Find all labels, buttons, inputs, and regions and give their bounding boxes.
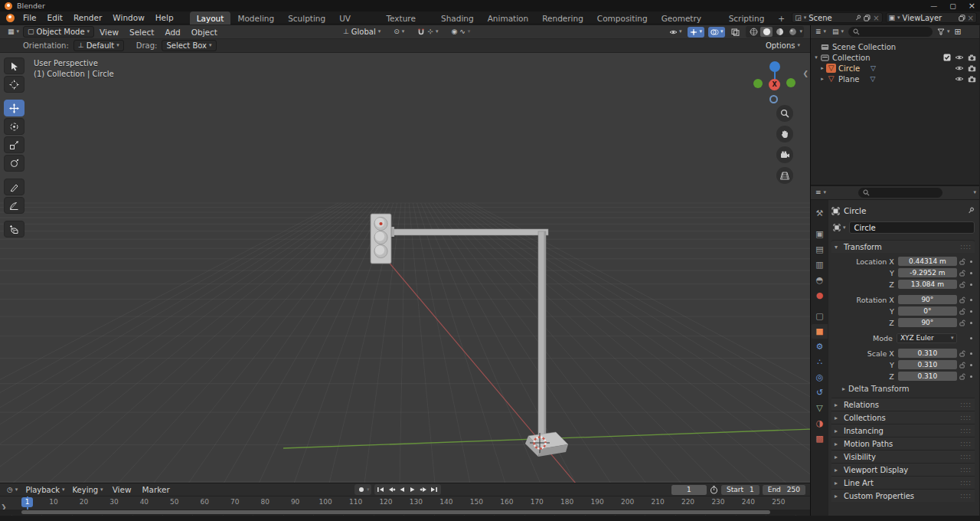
hide-eye-icon[interactable] bbox=[955, 76, 964, 82]
tool-transform[interactable] bbox=[4, 155, 24, 172]
object-id-icon-button[interactable]: ▾ bbox=[831, 222, 848, 234]
start-frame-field[interactable]: Start1 bbox=[721, 485, 760, 495]
workspace-tab-rendering[interactable]: Rendering bbox=[535, 11, 590, 25]
location-y-input[interactable]: -9.2952 m bbox=[898, 268, 957, 278]
mode-dropdown[interactable]: ▢ Object Mode▾ bbox=[23, 26, 94, 38]
menu-help[interactable]: Help bbox=[150, 11, 179, 24]
tool-move[interactable] bbox=[4, 100, 24, 116]
tab-output[interactable]: ▤ bbox=[812, 242, 828, 257]
animate-dot[interactable] bbox=[968, 337, 975, 339]
gizmos-toggle[interactable]: ▾ bbox=[688, 27, 704, 38]
tab-scene[interactable]: ◓ bbox=[812, 273, 828, 287]
new-view-layer-icon[interactable] bbox=[959, 15, 965, 21]
gizmo-z-axis-neg[interactable] bbox=[769, 95, 778, 103]
zoom-button[interactable] bbox=[776, 105, 793, 122]
menu-select[interactable]: Select bbox=[124, 26, 159, 38]
shading-material-button[interactable] bbox=[773, 27, 786, 37]
next-keyframe-button[interactable] bbox=[419, 485, 429, 494]
prev-keyframe-button[interactable] bbox=[387, 485, 397, 494]
animate-dot[interactable] bbox=[967, 299, 975, 301]
pin-icon[interactable] bbox=[855, 15, 861, 21]
tool-scale[interactable] bbox=[4, 136, 24, 153]
rotation-mode-dropdown[interactable]: XYZ Euler▾ bbox=[897, 333, 958, 343]
outliner-display-mode-button[interactable]: ▤▾ bbox=[831, 26, 845, 38]
workspace-tab-compositing[interactable]: Compositing bbox=[590, 11, 655, 25]
disable-render-camera-icon[interactable] bbox=[968, 76, 976, 83]
tool-measure[interactable] bbox=[4, 197, 24, 214]
lock-icon[interactable] bbox=[957, 350, 967, 357]
outliner-row-scene-collection[interactable]: Scene Collection bbox=[812, 41, 979, 52]
new-collection-button[interactable]: ⊞ bbox=[955, 28, 962, 36]
disclosure-icon[interactable]: ▸ bbox=[818, 76, 826, 82]
menu-add[interactable]: Add bbox=[159, 26, 185, 38]
workspace-tab-sculpting[interactable]: Sculpting bbox=[281, 11, 332, 25]
panel-instancing[interactable]: ▸Instancing:::: bbox=[831, 424, 975, 437]
animate-dot[interactable] bbox=[967, 283, 975, 286]
viewport-3d[interactable]: User Perspective (1) Collection | Circle bbox=[0, 53, 810, 483]
tab-object-data[interactable]: ▽ bbox=[812, 401, 828, 415]
tool-annotate[interactable] bbox=[4, 179, 24, 195]
play-button[interactable] bbox=[408, 485, 418, 494]
tool-add-cube[interactable] bbox=[4, 221, 24, 238]
lock-icon[interactable] bbox=[957, 308, 967, 315]
pin-icon[interactable] bbox=[968, 207, 975, 215]
lock-icon[interactable] bbox=[957, 362, 967, 369]
timeline-ruler[interactable]: 1020304050607080901001101201301401501601… bbox=[0, 496, 810, 510]
tab-render[interactable]: ▣ bbox=[812, 227, 828, 241]
end-frame-field[interactable]: End250 bbox=[763, 485, 805, 495]
shading-wireframe-button[interactable] bbox=[747, 27, 760, 37]
menu-object[interactable]: Object bbox=[186, 26, 223, 38]
shading-dropdown-icon[interactable]: ▾ bbox=[799, 29, 802, 34]
outliner-row-plane[interactable]: ▸ ▽ Plane ▽ bbox=[812, 74, 979, 84]
proportional-editing-controls[interactable]: ◉ ∿▾ bbox=[447, 26, 474, 38]
sidebar-collapse-arrow[interactable]: ❮ bbox=[802, 70, 808, 77]
rotation-z-input[interactable]: 90° bbox=[898, 318, 957, 328]
delta-transform-panel[interactable]: ▸ Delta Transform bbox=[831, 382, 975, 395]
transform-orientation-dropdown[interactable]: ⊥ Global▾ bbox=[339, 26, 384, 38]
gizmo-x-axis[interactable]: X bbox=[769, 79, 780, 90]
shading-rendered-button[interactable] bbox=[786, 27, 799, 37]
show-object-types-toggle[interactable]: ▾ bbox=[667, 27, 684, 38]
workspace-tab-shading[interactable]: Shading bbox=[434, 11, 481, 25]
tab-constraints[interactable]: ↺ bbox=[812, 385, 828, 400]
maximize-button[interactable]: ▢ bbox=[949, 2, 956, 10]
workspace-tab-layout[interactable]: Layout bbox=[190, 11, 231, 25]
blender-menu-icon[interactable] bbox=[6, 14, 15, 22]
editor-type-button[interactable]: ▦▾ bbox=[4, 26, 23, 38]
current-frame-field[interactable]: 1 bbox=[671, 485, 707, 495]
playback-menu[interactable]: Playback▾ bbox=[21, 484, 68, 496]
hide-eye-icon[interactable] bbox=[955, 54, 964, 61]
properties-search-input[interactable] bbox=[858, 188, 942, 198]
workspace-tab-texture-paint[interactable]: Texture Paint bbox=[379, 11, 434, 25]
orientation-dropdown[interactable]: ⊥ Default▾ bbox=[74, 40, 124, 51]
animate-dot[interactable] bbox=[967, 352, 975, 355]
transform-panel-header[interactable]: ▾ Transform :::: bbox=[831, 240, 975, 253]
stopwatch-icon[interactable] bbox=[710, 486, 718, 494]
panel-grip-icon[interactable]: :::: bbox=[960, 244, 972, 251]
remove-view-layer-icon[interactable]: × bbox=[968, 14, 974, 22]
add-workspace-button[interactable]: + bbox=[771, 11, 792, 25]
outliner-editor-type-button[interactable]: ≣▾ bbox=[814, 26, 828, 38]
timeline-scrollbar-thumb[interactable] bbox=[21, 510, 770, 514]
jump-to-end-button[interactable] bbox=[430, 485, 439, 494]
lock-icon[interactable] bbox=[957, 258, 967, 265]
drag-dropdown[interactable]: Select Box▾ bbox=[162, 40, 216, 51]
properties-options-icon[interactable]: ▾ bbox=[973, 190, 976, 195]
xray-toggle[interactable] bbox=[729, 27, 742, 38]
camera-view-button[interactable] bbox=[776, 146, 793, 163]
tab-material[interactable]: ◑ bbox=[812, 416, 828, 431]
gizmo-z-axis[interactable] bbox=[769, 61, 780, 72]
view-layer-selector[interactable]: ▣ ▾ ViewLayer × bbox=[886, 12, 977, 23]
location-x-input[interactable]: 0.44314 m bbox=[898, 257, 957, 267]
pan-button[interactable] bbox=[776, 126, 793, 143]
outliner-search-input[interactable] bbox=[848, 27, 933, 37]
overlays-toggle[interactable]: ▾ bbox=[708, 27, 726, 38]
panel-visibility[interactable]: ▸Visibility:::: bbox=[831, 450, 975, 463]
options-dropdown[interactable]: Options▾ bbox=[762, 40, 804, 51]
outliner-row-circle[interactable]: ▸ ▽ Circle ▽ bbox=[812, 63, 979, 74]
auto-keying-button[interactable] bbox=[356, 485, 366, 494]
hide-eye-icon[interactable] bbox=[955, 65, 964, 71]
properties-editor-type-button[interactable]: ≡▾ bbox=[814, 187, 828, 198]
scene-selector[interactable]: ◲ ▾ Scene × bbox=[792, 12, 882, 23]
panel-custom-properties[interactable]: ▸Custom Properties:::: bbox=[831, 489, 975, 502]
